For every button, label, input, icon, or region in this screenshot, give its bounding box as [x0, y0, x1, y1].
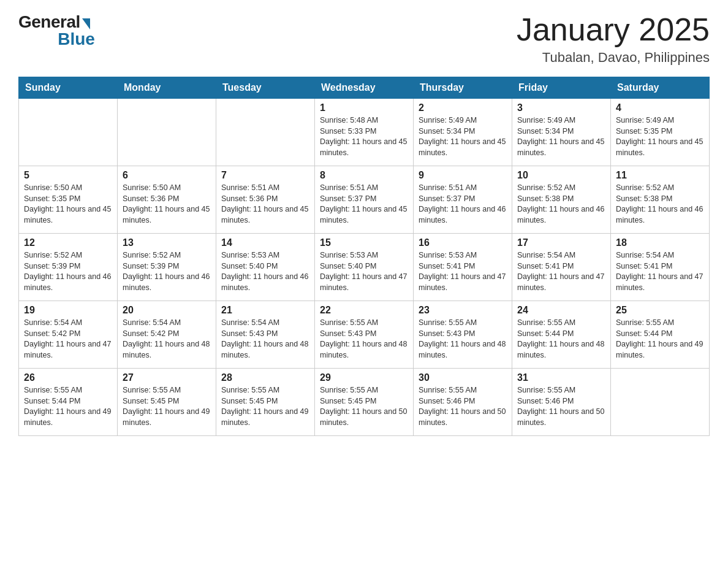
- day-number: 19: [24, 305, 112, 316]
- day-number: 18: [616, 237, 704, 248]
- day-info: Sunrise: 5:55 AM Sunset: 5:43 PM Dayligh…: [320, 318, 408, 361]
- day-number: 12: [24, 237, 112, 248]
- calendar-week-row: 5Sunrise: 5:50 AM Sunset: 5:35 PM Daylig…: [19, 166, 710, 234]
- day-info: Sunrise: 5:52 AM Sunset: 5:39 PM Dayligh…: [123, 250, 211, 293]
- calendar-cell: [611, 369, 710, 436]
- calendar-cell: 10Sunrise: 5:52 AM Sunset: 5:38 PM Dayli…: [512, 166, 611, 234]
- day-info: Sunrise: 5:51 AM Sunset: 5:37 PM Dayligh…: [419, 183, 507, 226]
- day-info: Sunrise: 5:55 AM Sunset: 5:44 PM Dayligh…: [616, 318, 704, 361]
- day-info: Sunrise: 5:50 AM Sunset: 5:36 PM Dayligh…: [123, 183, 211, 226]
- day-number: 5: [24, 170, 112, 181]
- day-number: 27: [123, 372, 211, 383]
- day-number: 22: [320, 305, 408, 316]
- day-number: 13: [123, 237, 211, 248]
- day-number: 6: [123, 170, 211, 181]
- day-number: 15: [320, 237, 408, 248]
- day-number: 29: [320, 372, 408, 383]
- calendar-cell: 28Sunrise: 5:55 AM Sunset: 5:45 PM Dayli…: [216, 369, 315, 436]
- calendar-cell: 14Sunrise: 5:53 AM Sunset: 5:40 PM Dayli…: [216, 234, 315, 301]
- calendar-day-header: Wednesday: [315, 77, 414, 99]
- day-number: 23: [419, 305, 507, 316]
- calendar-cell: [118, 99, 216, 166]
- calendar-cell: 16Sunrise: 5:53 AM Sunset: 5:41 PM Dayli…: [414, 234, 512, 301]
- day-number: 10: [517, 170, 605, 181]
- day-number: 17: [517, 237, 605, 248]
- location-title: Tubalan, Davao, Philippines: [517, 50, 710, 66]
- calendar-cell: 24Sunrise: 5:55 AM Sunset: 5:44 PM Dayli…: [512, 301, 611, 369]
- day-info: Sunrise: 5:53 AM Sunset: 5:40 PM Dayligh…: [221, 250, 309, 293]
- day-info: Sunrise: 5:55 AM Sunset: 5:44 PM Dayligh…: [517, 318, 605, 361]
- day-info: Sunrise: 5:55 AM Sunset: 5:44 PM Dayligh…: [24, 385, 112, 428]
- logo-blue-text: Blue: [58, 29, 95, 49]
- day-number: 20: [123, 305, 211, 316]
- day-number: 3: [517, 102, 605, 113]
- calendar-cell: [19, 99, 118, 166]
- calendar-cell: 21Sunrise: 5:54 AM Sunset: 5:43 PM Dayli…: [216, 301, 315, 369]
- calendar-day-header: Friday: [512, 77, 611, 99]
- calendar-table: SundayMondayTuesdayWednesdayThursdayFrid…: [18, 77, 710, 436]
- day-info: Sunrise: 5:52 AM Sunset: 5:39 PM Dayligh…: [24, 250, 112, 293]
- logo: General Blue: [18, 12, 95, 49]
- day-info: Sunrise: 5:55 AM Sunset: 5:45 PM Dayligh…: [320, 385, 408, 428]
- day-number: 26: [24, 372, 112, 383]
- calendar-cell: 8Sunrise: 5:51 AM Sunset: 5:37 PM Daylig…: [315, 166, 414, 234]
- day-info: Sunrise: 5:48 AM Sunset: 5:33 PM Dayligh…: [320, 115, 408, 158]
- calendar-cell: 25Sunrise: 5:55 AM Sunset: 5:44 PM Dayli…: [611, 301, 710, 369]
- day-number: 9: [419, 170, 507, 181]
- calendar-cell: 20Sunrise: 5:54 AM Sunset: 5:42 PM Dayli…: [118, 301, 216, 369]
- calendar-week-row: 19Sunrise: 5:54 AM Sunset: 5:42 PM Dayli…: [19, 301, 710, 369]
- calendar-week-row: 1Sunrise: 5:48 AM Sunset: 5:33 PM Daylig…: [19, 99, 710, 166]
- month-title: January 2025: [517, 12, 710, 47]
- day-number: 28: [221, 372, 309, 383]
- calendar-cell: 18Sunrise: 5:54 AM Sunset: 5:41 PM Dayli…: [611, 234, 710, 301]
- day-info: Sunrise: 5:54 AM Sunset: 5:42 PM Dayligh…: [24, 318, 112, 361]
- day-info: Sunrise: 5:51 AM Sunset: 5:36 PM Dayligh…: [221, 183, 309, 226]
- calendar-cell: 6Sunrise: 5:50 AM Sunset: 5:36 PM Daylig…: [118, 166, 216, 234]
- calendar-cell: 7Sunrise: 5:51 AM Sunset: 5:36 PM Daylig…: [216, 166, 315, 234]
- calendar-cell: 11Sunrise: 5:52 AM Sunset: 5:38 PM Dayli…: [611, 166, 710, 234]
- calendar-cell: 23Sunrise: 5:55 AM Sunset: 5:43 PM Dayli…: [414, 301, 512, 369]
- calendar-day-header: Thursday: [414, 77, 512, 99]
- day-info: Sunrise: 5:55 AM Sunset: 5:46 PM Dayligh…: [517, 385, 605, 428]
- day-info: Sunrise: 5:55 AM Sunset: 5:45 PM Dayligh…: [221, 385, 309, 428]
- day-number: 14: [221, 237, 309, 248]
- day-number: 1: [320, 102, 408, 113]
- title-section: January 2025 Tubalan, Davao, Philippines: [517, 12, 710, 66]
- calendar-day-header: Saturday: [611, 77, 710, 99]
- calendar-week-row: 12Sunrise: 5:52 AM Sunset: 5:39 PM Dayli…: [19, 234, 710, 301]
- day-info: Sunrise: 5:54 AM Sunset: 5:42 PM Dayligh…: [123, 318, 211, 361]
- day-number: 31: [517, 372, 605, 383]
- logo-arrow-icon: [82, 18, 90, 29]
- day-number: 24: [517, 305, 605, 316]
- day-number: 7: [221, 170, 309, 181]
- calendar-cell: 3Sunrise: 5:49 AM Sunset: 5:34 PM Daylig…: [512, 99, 611, 166]
- day-number: 8: [320, 170, 408, 181]
- day-info: Sunrise: 5:52 AM Sunset: 5:38 PM Dayligh…: [616, 183, 704, 226]
- calendar-day-header: Sunday: [19, 77, 118, 99]
- calendar-cell: 26Sunrise: 5:55 AM Sunset: 5:44 PM Dayli…: [19, 369, 118, 436]
- day-info: Sunrise: 5:54 AM Sunset: 5:43 PM Dayligh…: [221, 318, 309, 361]
- calendar-header-row: SundayMondayTuesdayWednesdayThursdayFrid…: [19, 77, 710, 99]
- calendar-cell: 9Sunrise: 5:51 AM Sunset: 5:37 PM Daylig…: [414, 166, 512, 234]
- calendar-cell: 1Sunrise: 5:48 AM Sunset: 5:33 PM Daylig…: [315, 99, 414, 166]
- day-info: Sunrise: 5:55 AM Sunset: 5:43 PM Dayligh…: [419, 318, 507, 361]
- calendar-cell: 31Sunrise: 5:55 AM Sunset: 5:46 PM Dayli…: [512, 369, 611, 436]
- calendar-cell: 29Sunrise: 5:55 AM Sunset: 5:45 PM Dayli…: [315, 369, 414, 436]
- day-info: Sunrise: 5:54 AM Sunset: 5:41 PM Dayligh…: [517, 250, 605, 293]
- calendar-cell: 27Sunrise: 5:55 AM Sunset: 5:45 PM Dayli…: [118, 369, 216, 436]
- calendar-cell: 4Sunrise: 5:49 AM Sunset: 5:35 PM Daylig…: [611, 99, 710, 166]
- day-number: 30: [419, 372, 507, 383]
- calendar-week-row: 26Sunrise: 5:55 AM Sunset: 5:44 PM Dayli…: [19, 369, 710, 436]
- day-info: Sunrise: 5:50 AM Sunset: 5:35 PM Dayligh…: [24, 183, 112, 226]
- day-info: Sunrise: 5:49 AM Sunset: 5:35 PM Dayligh…: [616, 115, 704, 158]
- day-info: Sunrise: 5:55 AM Sunset: 5:46 PM Dayligh…: [419, 385, 507, 428]
- page-header: General Blue January 2025 Tubalan, Davao…: [18, 12, 710, 66]
- calendar-cell: 13Sunrise: 5:52 AM Sunset: 5:39 PM Dayli…: [118, 234, 216, 301]
- calendar-cell: 19Sunrise: 5:54 AM Sunset: 5:42 PM Dayli…: [19, 301, 118, 369]
- calendar-cell: 30Sunrise: 5:55 AM Sunset: 5:46 PM Dayli…: [414, 369, 512, 436]
- day-number: 16: [419, 237, 507, 248]
- calendar-cell: 15Sunrise: 5:53 AM Sunset: 5:40 PM Dayli…: [315, 234, 414, 301]
- calendar-cell: 5Sunrise: 5:50 AM Sunset: 5:35 PM Daylig…: [19, 166, 118, 234]
- day-info: Sunrise: 5:55 AM Sunset: 5:45 PM Dayligh…: [123, 385, 211, 428]
- day-info: Sunrise: 5:49 AM Sunset: 5:34 PM Dayligh…: [517, 115, 605, 158]
